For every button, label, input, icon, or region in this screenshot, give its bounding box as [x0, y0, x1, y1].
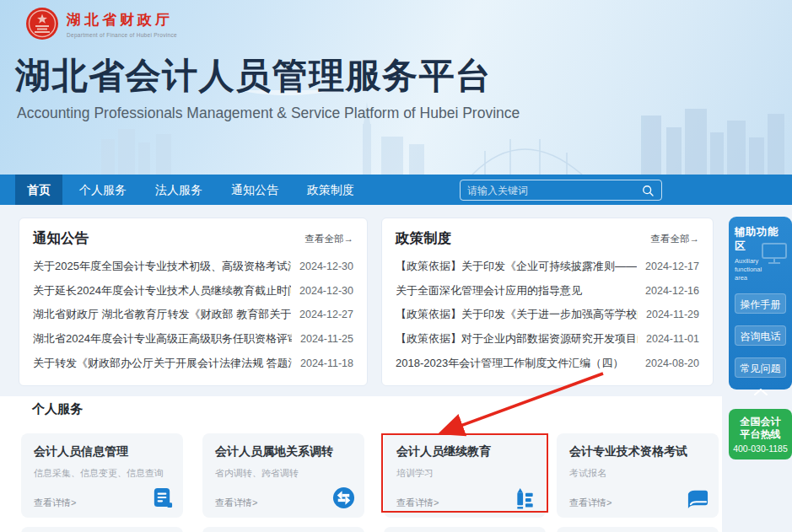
page: 湖北省财政厅 Department of Finance of Hubei Pr…	[0, 0, 792, 532]
service-card-partial[interactable]	[202, 527, 364, 532]
hotline-number: 400-030-1185	[729, 443, 792, 454]
service-card-qualification-exam[interactable]: 会计专业技术资格考试 考试报名 查看详情>	[557, 433, 719, 518]
agency-name-en: Department of Finance of Hubei Province	[67, 32, 177, 38]
view-details-link[interactable]: 查看详情>	[396, 497, 439, 509]
policies-panel: 政策制度 查看全部→ 【政策依据】关于印发《企业可持续披露准则——基本... 2…	[381, 218, 714, 386]
hotline-badge: 全国会计 平台热线 400-030-1185	[729, 409, 792, 459]
exam-book-icon	[686, 486, 709, 509]
notice-item[interactable]: 关于2025年度全国会计专业技术初级、高级资格考试湖... 2024-12-30	[33, 255, 353, 279]
service-card-partial[interactable]	[21, 527, 183, 532]
view-details-link[interactable]: 查看详情>	[569, 497, 612, 509]
nav-item-corporate-services[interactable]: 法人服务	[143, 175, 214, 205]
notices-panel: 通知公告 查看全部→ 关于2025年度全国会计专业技术初级、高级资格考试湖...…	[19, 218, 368, 386]
notices-view-all-link[interactable]: 查看全部→	[305, 233, 354, 245]
nav-item-personal-services[interactable]: 个人服务	[67, 175, 138, 205]
notices-list: 关于2025年度全国会计专业技术初级、高级资格考试湖... 2024-12-30…	[33, 255, 353, 375]
form-document-icon	[151, 486, 174, 509]
nav-item-notices[interactable]: 通知公告	[219, 175, 290, 205]
personal-services-title: 个人服务	[32, 401, 83, 417]
service-card-partial[interactable]	[384, 527, 546, 532]
policy-item[interactable]: 关于全面深化管理会计应用的指导意见 2024-12-16	[396, 279, 699, 304]
page-title: 湖北省会计人员管理服务平台	[15, 52, 493, 99]
hotline-label-line1: 全国会计	[729, 416, 792, 428]
back-to-top-icon[interactable]	[753, 388, 768, 395]
national-emblem-icon	[25, 7, 59, 40]
main-nav: 首页 个人服务 法人服务 通知公告 政策制度	[0, 175, 792, 205]
notices-title: 通知公告	[33, 229, 89, 248]
view-details-link[interactable]: 查看详情>	[215, 497, 257, 509]
hotline-label-line2: 平台热线	[729, 428, 792, 441]
notice-item[interactable]: 湖北省2024年度会计专业高级正高级职务任职资格评审... 2024-11-25	[33, 327, 353, 352]
consult-phone-button[interactable]: 咨询电话	[735, 325, 786, 346]
notice-item[interactable]: 湖北省财政厅 湖北省教育厅转发《财政部 教育部关于印... 2024-12-27	[33, 303, 353, 327]
view-details-link[interactable]: 查看详情>	[34, 497, 76, 509]
nav-item-policies[interactable]: 政策制度	[295, 175, 366, 205]
notice-item[interactable]: 关于转发《财政部办公厅关于开展会计法律法规 答题活... 2024-11-18	[33, 351, 353, 375]
service-card-continuing-education[interactable]: 会计人员继续教育 培训学习 查看详情>	[384, 433, 546, 518]
policy-item[interactable]: 【政策依据】对于企业内部数据资源研究开发项目的支出... 2024-11-01	[396, 327, 699, 352]
nav-item-home[interactable]: 首页	[15, 175, 62, 205]
search-icon[interactable]	[641, 184, 655, 197]
service-card-relocation[interactable]: 会计人员属地关系调转 省内调转、跨省调转 查看详情>	[202, 433, 364, 518]
service-card-partial[interactable]	[557, 527, 719, 532]
banner: 湖北省财政厅 Department of Finance of Hubei Pr…	[0, 0, 792, 175]
policy-item[interactable]: 【政策依据】关于印发《企业可持续披露准则——基本... 2024-12-17	[396, 255, 699, 279]
policies-title: 政策制度	[396, 229, 451, 248]
policies-list: 【政策依据】关于印发《企业可持续披露准则——基本... 2024-12-17 关…	[396, 255, 699, 375]
agency-logo: 湖北省财政厅 Department of Finance of Hubei Pr…	[25, 7, 177, 40]
page-subtitle: Accounting Professionals Management & Se…	[17, 105, 520, 122]
faq-button[interactable]: 常见问题	[735, 357, 786, 378]
computer-monitor-icon	[760, 242, 789, 266]
policy-item[interactable]: 【政策依据】关于印发《关于进一步加强高等学校内部控... 2024-11-29	[396, 303, 699, 327]
education-pen-icon	[514, 486, 536, 509]
city-skyline-graphic	[0, 90, 792, 175]
agency-name: 湖北省财政厅	[67, 10, 177, 30]
policy-item[interactable]: 2018-2023年会计管理工作制度文件汇编（四） 2024-08-20	[396, 351, 699, 375]
search-box[interactable]	[460, 180, 662, 201]
manual-button[interactable]: 操作手册	[735, 293, 786, 314]
service-card-info-management[interactable]: 会计人员信息管理 信息采集、信息变更、信息查询 查看详情>	[21, 433, 183, 518]
transfer-arrows-icon	[332, 486, 355, 509]
helper-panel: 辅助功能区 Auxiliary functional area 操作手册 咨询电…	[729, 217, 792, 390]
search-input[interactable]	[467, 185, 641, 196]
notice-item[interactable]: 关于延长2024年度会计专业技术人员继续教育截止时间... 2024-12-30	[33, 279, 353, 304]
policies-view-all-link[interactable]: 查看全部→	[651, 233, 700, 245]
